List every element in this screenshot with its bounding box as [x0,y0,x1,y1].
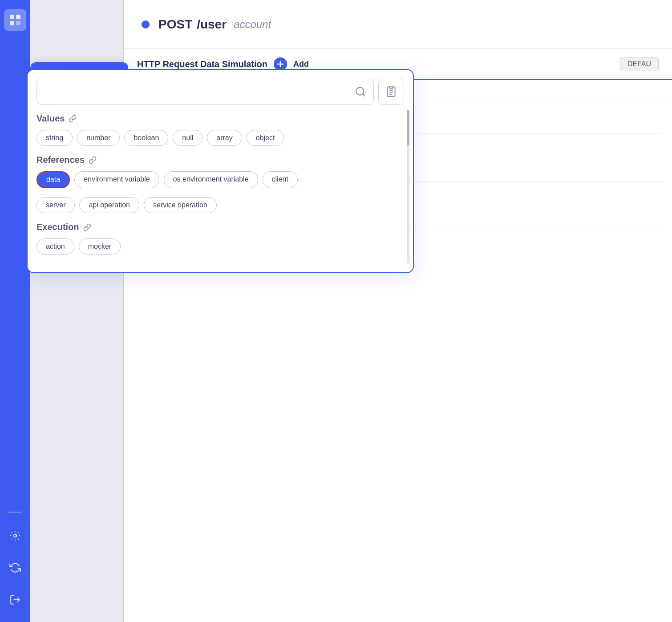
tag-api-operation[interactable]: api operation [79,197,139,213]
values-section: Values string number boolean null array … [36,113,404,146]
tag-server[interactable]: server [36,197,75,213]
default-button[interactable]: DEFAU [620,57,659,71]
api-path: /user [197,17,227,32]
references-section-label: References [36,155,404,165]
execution-link-icon[interactable] [83,223,92,232]
references-link-icon[interactable] [88,156,97,165]
search-container[interactable] [36,79,374,105]
references-section: References data environment variable os … [36,155,404,213]
search-input[interactable] [44,87,355,97]
tag-client[interactable]: client [263,171,298,188]
http-method: POST [158,17,192,32]
settings-icon[interactable] [5,526,25,545]
tag-number[interactable]: number [77,130,120,146]
search-icon[interactable] [355,86,366,97]
api-tag: account [234,18,271,31]
tag-null[interactable]: null [173,130,202,146]
execution-section-label: Execution [36,222,404,232]
simulation-title: HTTP Request Data Simulation [137,59,267,69]
tag-mocker[interactable]: mocker [79,238,121,254]
tag-string[interactable]: string [36,130,73,146]
popup-overlay: Values string number boolean null array … [27,69,414,273]
tag-service-operation[interactable]: service operation [144,197,217,213]
svg-rect-6 [390,87,393,89]
logout-icon[interactable] [5,590,25,610]
execution-section: Execution action mocker [36,222,404,254]
sidebar-logo[interactable] [4,9,26,31]
tag-boolean[interactable]: boolean [124,130,168,146]
tag-environment-variable[interactable]: environment variable [74,171,159,188]
sidebar-divider [8,512,22,513]
popup-scrollbar[interactable] [407,110,409,263]
svg-rect-2 [10,21,14,25]
scrollbar-thumb[interactable] [407,110,409,145]
references-tags-row2: server api operation service operation [36,197,404,213]
refresh-icon[interactable] [5,558,25,578]
tag-object[interactable]: object [247,130,284,146]
clipboard-button[interactable] [378,79,404,105]
tag-data[interactable]: data [36,171,70,188]
execution-tags: action mocker [36,238,404,254]
svg-point-4 [14,534,17,537]
svg-rect-0 [10,15,14,19]
tag-action[interactable]: action [36,238,74,254]
svg-rect-3 [16,21,20,25]
svg-rect-1 [16,15,20,19]
values-tags: string number boolean null array object [36,130,404,146]
sidebar [0,0,30,622]
search-row [36,79,404,105]
values-link-icon[interactable] [68,114,77,123]
references-tags-row1: data environment variable os environment… [36,171,404,188]
add-label: Add [293,60,309,69]
sidebar-bottom [5,507,25,613]
tag-os-environment-variable[interactable]: os environment variable [164,171,258,188]
header-bar: POST /user account [124,0,672,49]
values-section-label: Values [36,113,404,124]
header-dot [142,20,150,28]
tag-array[interactable]: array [207,130,242,146]
